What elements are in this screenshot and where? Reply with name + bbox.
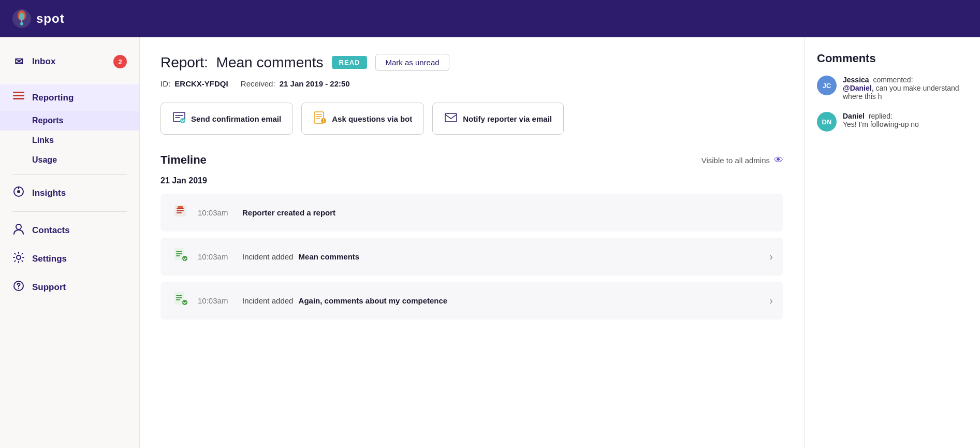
report-title-name: Mean comments <box>216 54 324 70</box>
comment-jc-author: Jessica <box>843 76 869 84</box>
svg-rect-7 <box>13 98 24 99</box>
timeline-header: Timeline Visible to all admins 👁 <box>160 153 783 167</box>
sidebar-item-settings[interactable]: Settings <box>0 244 139 273</box>
action-buttons-row: Send confirmation email Ask questions vi… <box>160 103 783 135</box>
comment-jc-body: Jessica commented: @Daniel, can you make… <box>843 76 968 100</box>
svg-point-3 <box>20 22 23 25</box>
svg-rect-21 <box>177 208 184 209</box>
read-badge: READ <box>332 56 368 69</box>
divider-1 <box>12 80 127 80</box>
entry-1-text-bold: Reporter created a report <box>242 208 335 217</box>
svg-point-29 <box>182 256 187 261</box>
svg-point-14 <box>18 288 19 289</box>
divider-2 <box>12 174 127 175</box>
avatar-dn: DN <box>817 112 837 132</box>
notify-reporter-icon <box>444 110 458 127</box>
reporting-icon <box>12 92 25 104</box>
content-area: Report: Mean comments READ Mark as unrea… <box>140 37 804 448</box>
svg-rect-22 <box>177 210 184 211</box>
notify-reporter-button[interactable]: Notify reporter via email <box>432 103 564 135</box>
top-bar: spot <box>0 0 980 37</box>
comment-dn-body: Daniel replied: Yes! I'm following-up no <box>843 112 919 132</box>
timeline-entry-2[interactable]: 10:03am Incident added Mean comments › <box>160 238 783 276</box>
svg-point-11 <box>16 224 21 229</box>
entry-2-bold: Mean comments <box>299 252 360 261</box>
sidebar-item-insights-label: Insights <box>32 188 66 198</box>
sidebar-item-settings-label: Settings <box>32 254 67 264</box>
svg-rect-5 <box>13 92 24 93</box>
sidebar-item-reporting[interactable]: Reporting <box>0 84 139 111</box>
timeline-date: 21 Jan 2019 <box>160 176 783 185</box>
entry-3-chevron: › <box>769 295 773 307</box>
svg-rect-26 <box>176 251 182 252</box>
links-label: Links <box>32 136 54 144</box>
usage-label: Usage <box>32 155 57 164</box>
entry-3-prefix: Incident added <box>242 296 293 305</box>
divider-3 <box>12 211 127 212</box>
sidebar-item-insights[interactable]: Insights <box>0 179 139 207</box>
eye-icon: 👁 <box>774 155 783 166</box>
sidebar-item-support-label: Support <box>32 282 66 293</box>
sidebar-sub-item-usage[interactable]: Usage <box>0 150 139 170</box>
mark-as-unread-button[interactable]: Mark as unread <box>375 54 449 71</box>
sidebar-item-contacts[interactable]: Contacts <box>0 216 139 244</box>
svg-rect-33 <box>176 299 180 300</box>
logo: spot <box>12 9 65 28</box>
sidebar-item-support[interactable]: Support <box>0 273 139 301</box>
svg-rect-6 <box>13 95 24 96</box>
send-confirmation-button[interactable]: Send confirmation email <box>160 103 293 135</box>
visible-info: Visible to all admins 👁 <box>701 155 783 166</box>
svg-point-16 <box>180 118 185 123</box>
settings-icon <box>12 252 25 266</box>
comments-title: Comments <box>817 52 968 65</box>
entry-3-text: Incident added Again, comments about my … <box>242 296 761 305</box>
sidebar-item-reporting-label: Reporting <box>32 93 74 103</box>
svg-rect-19 <box>445 113 457 122</box>
sidebar-item-inbox[interactable]: ✉ Inbox 2 <box>0 48 139 76</box>
entry-3-time: 10:03am <box>198 296 234 305</box>
logo-text: spot <box>36 11 65 26</box>
report-title-prefix: Report: <box>160 54 208 70</box>
svg-rect-31 <box>176 295 182 296</box>
comment-jc: JC Jessica commented: @Daniel, can you m… <box>817 76 968 100</box>
report-received-value: 21 Jan 2019 - 22:50 <box>280 79 350 88</box>
report-meta: ID: ERCKX-YFDQI Received: 21 Jan 2019 - … <box>160 79 783 88</box>
sidebar-sub-item-reports[interactable]: Reports <box>0 111 139 131</box>
sidebar-sub-item-links[interactable]: Links <box>0 131 139 150</box>
svg-rect-32 <box>176 297 182 298</box>
notify-reporter-label: Notify reporter via email <box>463 114 552 123</box>
report-header: Report: Mean comments READ Mark as unrea… <box>160 54 783 71</box>
report-title: Report: Mean comments <box>160 54 324 71</box>
timeline-entry-3[interactable]: 10:03am Incident added Again, comments a… <box>160 282 783 320</box>
support-icon <box>12 280 25 294</box>
comment-dn: DN Daniel replied: Yes! I'm following-up… <box>817 112 968 132</box>
entry-1-time: 10:03am <box>198 208 234 217</box>
ask-questions-button[interactable]: Ask questions via bot <box>301 103 424 135</box>
entry-3-bold: Again, comments about my competence <box>299 296 448 305</box>
comment-dn-author: Daniel <box>843 112 865 120</box>
avatar-jc: JC <box>817 76 837 95</box>
entry-3-icon <box>171 291 189 310</box>
insights-icon <box>12 186 25 200</box>
svg-point-12 <box>17 255 21 259</box>
ask-questions-label: Ask questions via bot <box>332 114 412 123</box>
comment-dn-text: Yes! I'm following-up no <box>843 120 919 128</box>
svg-rect-23 <box>177 212 182 213</box>
comment-dn-action: replied: <box>869 112 893 120</box>
sidebar-item-contacts-label: Contacts <box>32 225 70 236</box>
svg-rect-24 <box>178 206 183 208</box>
contacts-icon <box>12 223 25 237</box>
timeline-title: Timeline <box>160 153 207 167</box>
sidebar-item-inbox-label: Inbox <box>32 56 55 67</box>
entry-2-text: Incident added Mean comments <box>242 252 761 261</box>
comment-jc-action: commented: <box>873 76 913 84</box>
report-received-label: Received: <box>241 79 275 88</box>
ask-questions-icon <box>313 110 327 127</box>
svg-rect-27 <box>176 253 182 254</box>
svg-point-9 <box>17 190 20 193</box>
visible-info-text: Visible to all admins <box>701 156 770 165</box>
entry-2-prefix: Incident added <box>242 252 293 261</box>
reports-label: Reports <box>32 116 63 125</box>
entry-2-chevron: › <box>769 251 773 263</box>
comment-jc-text: @Daniel, can you make understand where t… <box>843 84 968 100</box>
